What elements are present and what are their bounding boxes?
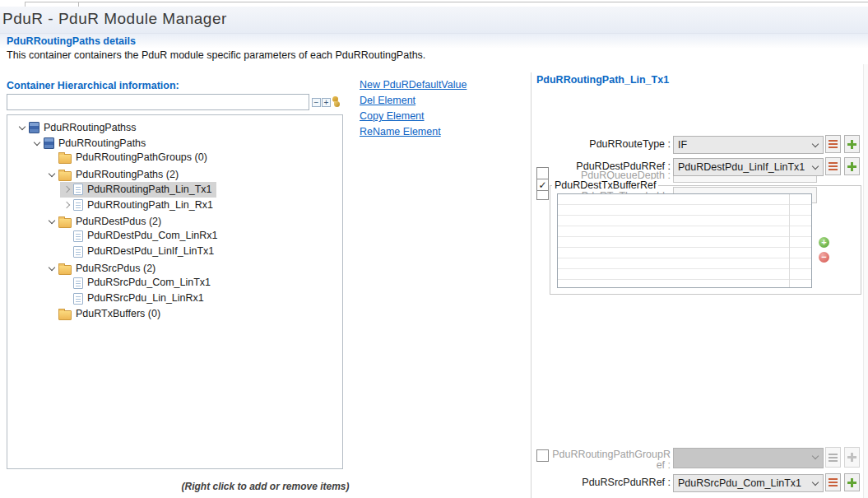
collapse-arrow-icon[interactable] (16, 120, 29, 136)
expander-spacer (60, 275, 73, 291)
doc-icon (73, 246, 83, 258)
chevron-down-icon (812, 141, 819, 147)
route-type-list-button[interactable] (825, 135, 841, 153)
collapse-arrow-icon[interactable] (45, 167, 58, 183)
tree-filter-input[interactable] (7, 94, 309, 110)
section-heading: PduRRoutingPaths details (7, 35, 136, 47)
chevron-down-icon (812, 479, 819, 486)
add-icon (847, 478, 856, 487)
expand-arrow-icon[interactable] (60, 182, 73, 198)
tree-item-label: PduRSrcPdus (2) (76, 261, 155, 277)
tree-item[interactable]: PduRSrcPdu_Lin_LinRx1 (7, 291, 342, 306)
detail-panel: PduRRoutingPath_Lin_Tx1 PduRQueueDepth :… (536, 72, 862, 498)
tree-item[interactable]: PduRRoutingPathGroups (0) (7, 150, 342, 165)
expander-spacer (60, 228, 73, 244)
tree-item-label: PduRRoutingPaths (58, 136, 146, 151)
dest-pdu-ref-list-button[interactable] (825, 157, 841, 175)
tree-item-label: PduRDestPdu_Com_LinRx1 (87, 228, 217, 244)
doc-icon (73, 293, 83, 305)
tree-item[interactable]: PduRRoutingPaths (2) (7, 165, 342, 181)
dest-pdu-ref-combobox[interactable]: PduRDestPdu_LinIf_LinTx1 (673, 158, 824, 176)
tree-item[interactable]: PduRRoutingPath_Lin_Rx1 (7, 197, 342, 212)
list-icon (829, 162, 838, 170)
routing-path-group-ref-list-button (825, 447, 841, 468)
folder-icon (58, 171, 72, 181)
expander-spacer (60, 244, 73, 259)
expander-spacer (60, 291, 73, 306)
action-link[interactable]: Copy Element (360, 110, 466, 122)
expander-spacer (45, 150, 58, 165)
tree-item-label: PduRTxBuffers (0) (76, 306, 160, 322)
module-icon (29, 122, 39, 133)
form-header: PduR - PduR Module Manager (0, 7, 868, 34)
src-pdu-ref-list-button[interactable] (825, 473, 841, 491)
dest-tx-buffer-checkbox[interactable] (536, 179, 549, 191)
page-title: PduR - PduR Module Manager (2, 10, 227, 28)
route-type-value: IF (678, 139, 687, 151)
dest-pdu-ref-label: PduRDestPduRRef : (536, 161, 671, 172)
plus-icon: + (324, 98, 329, 107)
section-description: This container containers the PduR modul… (7, 49, 425, 61)
tree-item[interactable]: PduRRoutingPathss (7, 119, 342, 134)
selected-element-title: PduRRoutingPath_Lin_Tx1 (536, 74, 669, 86)
collapse-arrow-icon[interactable] (30, 136, 44, 151)
folder-icon (58, 310, 72, 320)
chevron-down-icon (812, 163, 819, 170)
remove-row-button[interactable] (819, 252, 829, 263)
pdur-module-manager-window: PduR - PduR Module Manager PduRRoutingPa… (0, 0, 868, 498)
dest-pdu-ref-value: PduRDestPdu_LinIf_LinTx1 (678, 161, 805, 173)
scrollbar-track[interactable] (863, 64, 868, 498)
tree-item[interactable]: PduRRoutingPaths (7, 134, 342, 150)
routing-path-group-ref-combobox (673, 448, 824, 468)
routing-path-group-ref-add-button (844, 447, 860, 468)
minus-icon: − (314, 98, 319, 107)
src-pdu-ref-add-button[interactable] (844, 473, 860, 491)
tree-item[interactable]: PduRSrcPdu_Com_LinTx1 (7, 275, 342, 291)
src-pdu-ref-combobox[interactable]: PduRSrcPdu_Com_LinTx1 (673, 474, 824, 492)
filter-icon[interactable] (332, 96, 341, 107)
folder-icon (58, 154, 72, 164)
add-icon (847, 162, 856, 171)
editor-tab-strip (0, 0, 868, 7)
chevron-down-icon (812, 453, 819, 459)
doc-icon (73, 184, 83, 195)
expand-all-button[interactable]: + (322, 98, 331, 107)
pane-divider (531, 72, 531, 498)
folder-icon (58, 265, 72, 275)
tree-caption: Container Hierarchical information: (7, 80, 179, 91)
tree-hint: (Right click to add or remove items) (0, 481, 531, 492)
tree-item-label: PduRRoutingPath_Lin_Tx1 (87, 182, 212, 198)
tree-item-label: PduRRoutingPaths (2) (76, 167, 179, 183)
tree-item-label: PduRRoutingPathGroups (0) (76, 150, 207, 165)
tree-item[interactable]: PduRDestPdu_LinIf_LinTx1 (7, 244, 342, 259)
tree-item[interactable]: PduRDestPdu_Com_LinRx1 (7, 228, 342, 244)
collapse-arrow-icon[interactable] (45, 261, 58, 277)
expand-arrow-icon[interactable] (60, 198, 73, 213)
list-icon (829, 140, 838, 148)
route-type-combobox[interactable]: IF (673, 136, 824, 154)
add-icon (847, 453, 856, 462)
collapse-arrow-icon[interactable] (45, 214, 58, 230)
doc-icon (73, 199, 83, 211)
tree-item-label: PduRDestPdus (2) (76, 214, 161, 230)
dest-tx-buffer-list[interactable] (557, 193, 812, 288)
list-icon (829, 478, 838, 486)
tree-item[interactable]: PduRTxBuffers (0) (7, 306, 342, 322)
tree-item[interactable]: PduRSrcPdus (2) (7, 259, 342, 275)
list-icon (829, 454, 838, 462)
tree-item[interactable]: PduRDestPdus (2) (7, 212, 342, 228)
action-link[interactable]: Del Element (360, 95, 466, 106)
module-icon (44, 137, 54, 149)
add-row-button[interactable] (819, 237, 829, 248)
section-heading-band: PduRRoutingPaths details (0, 34, 868, 48)
tree-item[interactable]: PduRRoutingPath_Lin_Tx1 (7, 181, 342, 197)
routing-path-group-ref-label-line1: PduRRoutingPathGroupR (536, 449, 671, 460)
dest-pdu-ref-add-button[interactable] (844, 157, 860, 175)
route-type-add-button[interactable] (844, 135, 860, 153)
folder-icon (58, 218, 72, 228)
add-icon (847, 140, 856, 149)
action-link[interactable]: ReName Element (360, 126, 466, 137)
container-hierarchy-tree[interactable]: PduRRoutingPathssPduRRoutingPathsPduRRou… (7, 114, 343, 469)
action-link[interactable]: New PduRDefaultValue (360, 79, 466, 91)
collapse-all-button[interactable]: − (312, 98, 321, 107)
